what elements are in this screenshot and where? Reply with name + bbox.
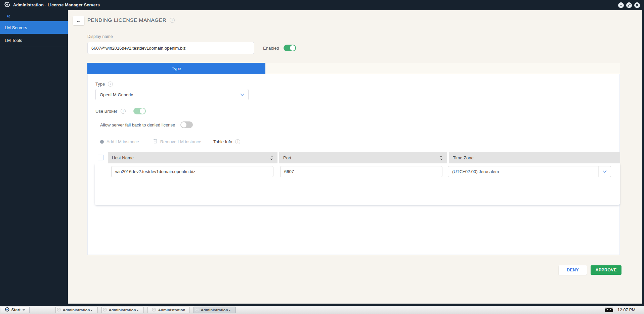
minimize-button[interactable] — [618, 2, 624, 8]
column-label: Host Name — [112, 155, 134, 160]
tab-type[interactable]: Type — [87, 63, 265, 74]
type-field-label: Type i — [95, 82, 113, 87]
taskbar-item-icon — [57, 307, 61, 313]
table-header: Host Name Port Time Zone — [108, 152, 620, 163]
fallback-field: Allow server fall back to denied license — [100, 121, 193, 128]
app-logo-icon — [4, 2, 10, 9]
remove-lm-instance-label: Remove LM instance — [160, 139, 201, 144]
time-zone-value: (UTC+02:00) Jerusalem — [448, 169, 598, 174]
deny-button[interactable]: DENY — [559, 265, 587, 275]
sidebar-item-label: LM Tools — [5, 38, 22, 43]
sort-icon[interactable] — [439, 155, 443, 161]
type-panel: Type i OpenLM Generic Use Broker i Allow… — [87, 74, 620, 255]
add-lm-instance-button[interactable]: Add LM instance — [100, 139, 139, 144]
select-all-checkbox[interactable] — [98, 155, 103, 160]
minimize-icon — [619, 2, 623, 8]
start-label: Start — [11, 308, 20, 312]
display-name-input[interactable] — [87, 42, 254, 54]
close-icon — [635, 2, 639, 8]
remove-lm-instance-button[interactable]: Remove LM instance — [153, 139, 201, 145]
taskbar-item-icon — [103, 307, 107, 313]
taskbar-item-icon — [195, 307, 199, 313]
add-lm-instance-label: Add LM instance — [106, 139, 139, 144]
sort-icon[interactable] — [270, 155, 273, 161]
type-select-value: OpenLM Generic — [96, 92, 236, 97]
desktop: Administration - License Manager Servers… — [0, 0, 644, 314]
main-content: ← PENDING LICENSE MANAGER i Display name… — [68, 10, 642, 304]
taskbar-item-4[interactable]: Administration - ... — [194, 307, 236, 313]
use-broker-toggle[interactable] — [133, 108, 146, 114]
table-info-label: Table Info — [213, 139, 232, 144]
page-title: PENDING LICENSE MANAGER i — [87, 17, 175, 23]
port-input[interactable] — [280, 166, 442, 177]
type-info-icon[interactable]: i — [108, 82, 113, 87]
table-info-icon[interactable]: i — [235, 139, 240, 144]
taskbar-item-icon — [152, 307, 156, 313]
chevron-down-icon — [236, 89, 248, 100]
back-arrow-icon: ← — [76, 18, 81, 24]
toggle-knob — [181, 122, 186, 127]
time-zone-select[interactable]: (UTC+02:00) Jerusalem — [448, 166, 611, 177]
start-caret-icon — [23, 309, 25, 311]
column-header-host-name[interactable]: Host Name — [108, 152, 277, 163]
use-broker-field: Use Broker i — [95, 108, 146, 114]
table-info-button[interactable]: Table Info i — [213, 139, 240, 144]
add-instance-icon — [100, 140, 104, 144]
column-label: Port — [283, 155, 291, 160]
toggle-knob — [290, 45, 295, 51]
page-title-text: PENDING LICENSE MANAGER — [87, 17, 166, 23]
column-header-time-zone[interactable]: Time Zone — [449, 152, 620, 163]
taskbar-divider — [43, 307, 43, 313]
sidebar-item-lm-tools[interactable]: LM Tools — [0, 34, 68, 47]
type-label-text: Type — [95, 82, 105, 87]
close-button[interactable] — [634, 2, 640, 8]
tab-bar: Type — [87, 63, 620, 74]
maximize-button[interactable] — [626, 2, 632, 8]
enabled-label: Enabled — [263, 46, 279, 51]
window-titlebar: Administration - License Manager Servers — [0, 0, 644, 10]
use-broker-label: Use Broker — [95, 109, 117, 114]
taskbar-clock: 12:07 PM — [617, 306, 636, 314]
start-logo-icon — [5, 307, 9, 313]
fallback-label: Allow server fall back to denied license — [100, 122, 175, 127]
column-header-port[interactable]: Port — [279, 152, 447, 163]
sidebar-item-label: LM Servers — [5, 25, 27, 30]
tab-label: Type — [172, 66, 181, 71]
table-actions: Add LM instance Remove LM instance Table… — [100, 138, 240, 145]
taskbar-item-label: Administration - ... — [63, 308, 97, 312]
fallback-toggle[interactable] — [180, 121, 193, 128]
column-label: Time Zone — [453, 155, 474, 160]
toggle-knob — [140, 108, 145, 114]
back-button[interactable]: ← — [73, 16, 84, 25]
window-title: Administration - License Manager Servers — [13, 3, 100, 7]
host-name-input[interactable] — [111, 166, 273, 177]
pending-info-icon[interactable]: i — [170, 18, 175, 23]
taskbar-item-label: Administration - ... — [109, 308, 143, 312]
taskbar-item-label: Administration — [158, 308, 185, 312]
type-select[interactable]: OpenLM Generic — [95, 89, 249, 100]
approve-button[interactable]: APPROVE — [591, 265, 621, 275]
taskbar-item-2[interactable]: Administration - ... — [101, 307, 144, 313]
trash-icon — [153, 139, 158, 145]
collapse-sidebar-icon[interactable]: « — [7, 12, 10, 19]
tray-divider — [601, 307, 601, 313]
taskbar-item-1[interactable]: Administration - ... — [55, 307, 98, 313]
display-name-label: Display name — [87, 34, 113, 39]
enabled-toggle[interactable] — [284, 45, 296, 51]
sidebar: « LM Servers LM Tools — [0, 10, 68, 306]
taskbar-item-label: Administration - ... — [201, 308, 235, 312]
mail-icon[interactable] — [605, 308, 613, 314]
start-button[interactable]: Start — [1, 307, 30, 313]
maximize-icon — [627, 2, 631, 8]
taskbar-item-3[interactable]: Administration — [147, 307, 190, 313]
window-controls — [618, 2, 640, 8]
sidebar-item-lm-servers[interactable]: LM Servers — [0, 21, 68, 34]
chevron-down-icon — [598, 166, 611, 177]
taskbar: Start Administration - ... Administratio… — [0, 306, 644, 314]
enabled-field: Enabled — [263, 45, 296, 51]
use-broker-info-icon[interactable]: i — [121, 109, 126, 114]
